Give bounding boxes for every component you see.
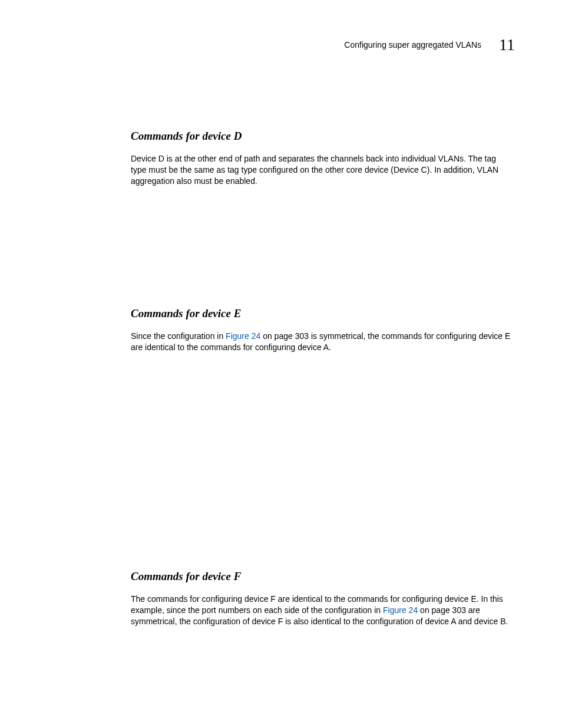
chapter-number: 11 <box>499 35 515 54</box>
page-header: Configuring super aggregated VLANs 11 <box>344 35 515 54</box>
paragraph-text: Device D is at the other end of path and… <box>131 154 498 186</box>
section-spacer <box>131 361 514 570</box>
header-title: Configuring super aggregated VLANs <box>344 40 481 50</box>
section-heading-device-d: Commands for device D <box>131 130 514 143</box>
section-body-device-d: Device D is at the other end of path and… <box>131 153 514 187</box>
paragraph-text-pre: Since the configuration in <box>131 331 226 341</box>
section-body-device-f: The commands for configuring device F ar… <box>131 594 514 627</box>
section-spacer <box>131 195 514 307</box>
section-heading-device-e: Commands for device E <box>131 307 514 320</box>
figure-link[interactable]: Figure 24 <box>226 331 260 341</box>
page-content: Commands for device D Device D is at the… <box>131 130 514 635</box>
figure-link[interactable]: Figure 24 <box>383 605 418 615</box>
section-heading-device-f: Commands for device F <box>131 570 514 583</box>
section-body-device-e: Since the configuration in Figure 24 on … <box>131 331 514 353</box>
